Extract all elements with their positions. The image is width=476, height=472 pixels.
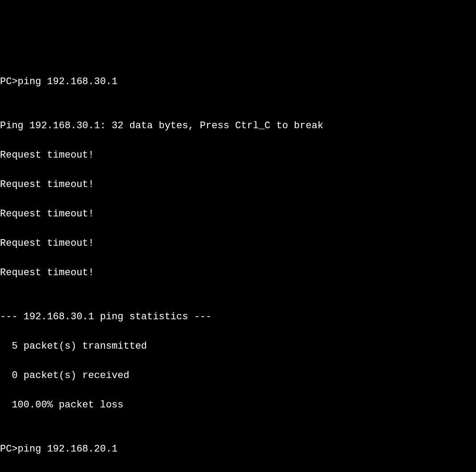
ping-timeout: Request timeout! bbox=[0, 207, 476, 221]
ping-timeout: Request timeout! bbox=[0, 265, 476, 280]
ping-header: Ping 192.168.30.1: 32 data bytes, Press … bbox=[0, 118, 476, 133]
ping-statistics-header: --- 192.168.30.1 ping statistics --- bbox=[0, 309, 476, 324]
prompt-command-line: PC>ping 192.168.30.1 bbox=[0, 74, 476, 89]
packets-received: 0 packet(s) received bbox=[0, 368, 476, 383]
prompt-command-line: PC>ping 192.168.20.1 bbox=[0, 442, 476, 456]
packet-loss: 100.00% packet loss bbox=[0, 398, 476, 412]
terminal-output[interactable]: PC>ping 192.168.30.1 Ping 192.168.30.1: … bbox=[0, 60, 476, 472]
ping-timeout: Request timeout! bbox=[0, 177, 476, 192]
packets-transmitted: 5 packet(s) transmitted bbox=[0, 339, 476, 354]
ping-timeout: Request timeout! bbox=[0, 236, 476, 251]
ping-timeout: Request timeout! bbox=[0, 148, 476, 163]
